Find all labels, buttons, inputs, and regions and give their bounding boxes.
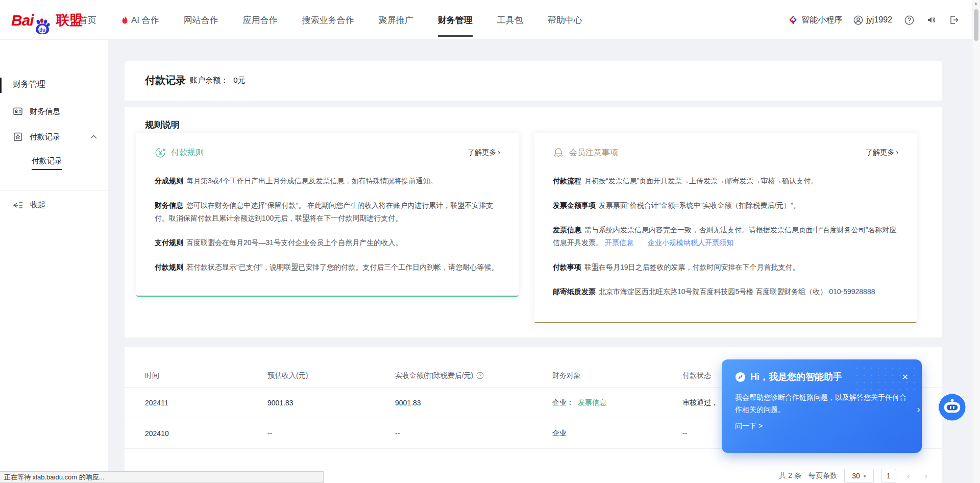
account-balance: 账户余额： 0元 (190, 76, 246, 85)
top-navbar: Bai du 联盟 首页 AI 合作 网站合作 应用合作 搜索业务合作 聚屏推广 (0, 0, 980, 40)
sidebar-item-payment-records[interactable]: 付款记录 (13, 132, 97, 142)
chevron-down-icon: ▾ (864, 473, 866, 479)
assistant-message: 我会帮助您诊断合作链路问题，以及解答您关于任何合作相关的问题。 (735, 391, 909, 416)
logo-text-union: 联盟 (56, 11, 83, 29)
collapse-icon (13, 201, 23, 209)
user-account[interactable]: jyj1992 (853, 15, 892, 25)
nav-right-group: 智能小程序 jyj1992 (789, 0, 960, 40)
page-header-panel: 付款记录 账户余额： 0元 (125, 61, 942, 101)
card-title: 会员注意事项 (569, 148, 618, 158)
nav-item-screen-promo[interactable]: 聚屏推广 (379, 0, 413, 40)
col-header-time: 时间 (145, 371, 267, 380)
cell-time: 202411 (145, 399, 267, 407)
rule-item: 邮寄纸质发票北京市海淀区西北旺东路10号院百度科技园5号楼 百度联盟财务组（收）… (553, 285, 898, 298)
col-header-target: 财务对象 (552, 371, 682, 380)
sidebar-item-finance-info[interactable]: 财务信息 (13, 106, 97, 116)
rule-item: 财务信息您可以在财务信息中选择“保留付款”。 在此期间您产生的收入将在账户内进行… (155, 199, 500, 225)
col-header-actual: 实收金额(扣除税费后/元) (395, 371, 473, 380)
nav-item-search-business[interactable]: 搜索业务合作 (302, 0, 354, 40)
balance-label: 账户余额： (190, 76, 228, 84)
pagination: 共 2 条 每页条数 30 ▾ 1 ‹ › (779, 469, 931, 483)
per-page-label: 每页条数 (808, 471, 837, 480)
ask-button[interactable]: 问一下 > (735, 422, 909, 431)
flame-icon (121, 15, 129, 25)
scroll-up-icon[interactable]: ▲ (974, 1, 978, 6)
nav-item-toolkit[interactable]: 工具包 (497, 0, 523, 40)
member-notes-card: 会员注意事项 了解更多› 付款流程月初按“发票信息”页面开具发票→上传发票→邮寄… (534, 133, 917, 323)
balance-value: 0元 (233, 76, 245, 84)
cell-target: 企业： (552, 398, 574, 406)
baidu-paw-icon: du (34, 18, 51, 35)
sidebar-item-label: 付款记录 (30, 132, 60, 142)
miniprogram-diamond-icon (789, 15, 798, 25)
prev-page-icon[interactable]: ‹ (903, 471, 914, 481)
rule-item: 支付规则百度联盟会在每月20号—31号支付企业会员上个自然月产生的收入。 (155, 236, 500, 249)
sidebar-active-section-marker (0, 78, 2, 93)
small-taxpayer-notice-link[interactable]: 企业小规模纳税人开票须知 (648, 238, 733, 247)
invoice-info-link[interactable]: 开票信息 (605, 238, 633, 247)
nav-item-website[interactable]: 网站合作 (184, 0, 218, 40)
col-header-estimated: 预估收入(元) (267, 371, 395, 380)
assistant-title: Hi，我是您的智能助手 (750, 371, 842, 383)
total-count: 共 2 条 (779, 471, 801, 480)
rule-item: 发票金额事项发票票面“价税合计”金额=系统中“实收金额（扣除税费后/元）”。 (553, 199, 898, 212)
user-icon (853, 15, 863, 25)
sidebar-section-finance[interactable]: 财务管理 (13, 79, 45, 90)
cell-estimated: 9001.83 (267, 399, 395, 407)
cell-estimated: -- (267, 429, 395, 438)
id-card-icon (13, 106, 23, 116)
expand-right-icon[interactable]: › (917, 403, 920, 415)
badge-star-icon (13, 132, 23, 142)
page-title: 付款记录 (145, 74, 186, 87)
cell-actual: 9001.83 (395, 399, 552, 407)
rule-item: 付款规则若付款状态显示“已支付”，说明联盟已安排了您的付款。支付后三个工作日内到… (155, 261, 500, 274)
sidebar: 财务管理 财务信息 付款记录 付款记录 收起 (0, 40, 108, 483)
nav-item-finance[interactable]: 财务管理 (438, 0, 473, 40)
next-page-icon[interactable]: › (921, 471, 931, 481)
nav-menu: 首页 AI 合作 网站合作 应用合作 搜索业务合作 聚屏推广 财务管理 工具包 … (79, 0, 582, 40)
per-page-select[interactable]: 30 ▾ (844, 469, 874, 483)
sidebar-item-label: 财务信息 (30, 107, 60, 116)
coin-yuan-icon (155, 147, 166, 158)
sidebar-subitem-payment-records[interactable]: 付款记录 (32, 156, 62, 170)
browser-status-bar: 正在等待 xlab.baidu.com 的响应... (0, 471, 324, 483)
invoice-info-cell-link[interactable]: 发票信息 (578, 398, 606, 406)
question-circle-icon[interactable] (476, 372, 484, 379)
sidebar-divider (0, 190, 108, 190)
assistant-popup: Hi，我是您的智能助手 ✕ 我会帮助您诊断合作链路问题，以及解答您关于任何合作相… (722, 359, 922, 453)
nav-item-ai[interactable]: AI 合作 (121, 0, 159, 40)
nav-item-help[interactable]: 帮助中心 (548, 0, 582, 40)
bell-icon (553, 147, 564, 158)
learn-more-link[interactable]: 了解更多› (468, 148, 500, 157)
svg-text:du: du (39, 27, 45, 33)
nav-item-app[interactable]: 应用合作 (243, 0, 278, 40)
chevron-up-icon[interactable] (90, 135, 97, 139)
rule-item: 发票信息需与系统内发票信息内容完全一致，否则无法支付。请根据发票信息页面中“百度… (553, 224, 898, 249)
rules-section-title: 规则说明 (145, 119, 180, 131)
payment-rules-card: 付款规则 了解更多› 分成规则每月第3或4个工作日产出上月分成信息及发票信息，如… (136, 133, 519, 297)
cell-target: 企业 (552, 429, 682, 438)
cell-time: 202410 (145, 429, 267, 438)
chevron-right-icon: › (896, 148, 898, 156)
status-text: 正在等待 xlab.baidu.com 的响应... (4, 473, 105, 482)
assistant-robot-button[interactable] (937, 392, 967, 422)
scrollbar[interactable]: ▲ (972, 0, 980, 483)
baidu-union-logo[interactable]: Bai du 联盟 (11, 11, 83, 29)
logout-icon[interactable] (948, 14, 960, 26)
sound-icon[interactable] (926, 14, 937, 26)
card-title: 付款规则 (171, 148, 204, 158)
scrollbar-thumb[interactable] (974, 9, 978, 41)
compass-icon (735, 372, 746, 382)
close-icon[interactable]: ✕ (902, 372, 909, 382)
chevron-right-icon: › (498, 148, 500, 156)
help-icon[interactable] (903, 14, 915, 26)
rule-item: 付款事项联盟在每月19日之后签收的发票，付款时间安排在下个月首批支付。 (553, 261, 898, 274)
miniprogram-entry[interactable]: 智能小程序 (789, 15, 842, 26)
rule-item: 分成规则每月第3或4个工作日产出上月分成信息及发票信息，如有特殊情况将提前通知。 (155, 175, 500, 187)
sidebar-collapse-button[interactable]: 收起 (13, 200, 45, 210)
rule-item: 付款流程月初按“发票信息”页面开具发票→上传发票→邮寄发票→审核→确认支付。 (553, 175, 898, 187)
nav-item-home[interactable]: 首页 (79, 0, 96, 40)
page-number-button[interactable]: 1 (881, 469, 896, 483)
cell-actual: -- (395, 429, 552, 438)
learn-more-link[interactable]: 了解更多› (866, 148, 898, 157)
